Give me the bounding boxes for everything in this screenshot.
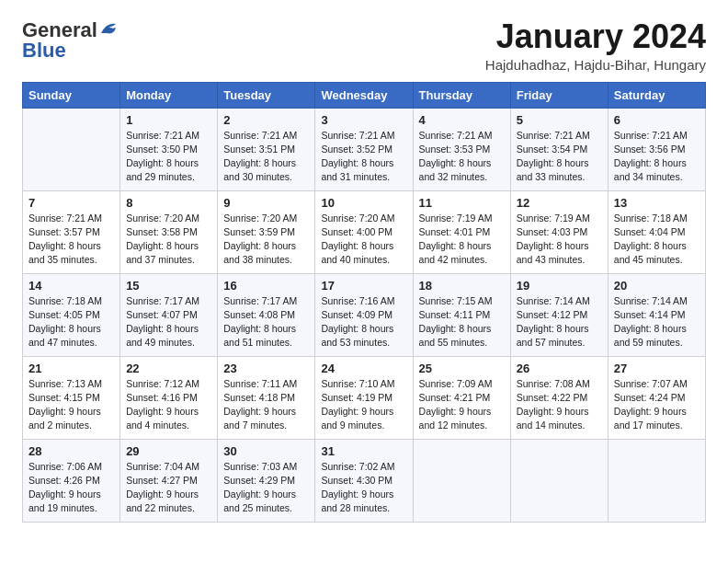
calendar-cell: 17Sunrise: 7:16 AMSunset: 4:09 PMDayligh… xyxy=(315,273,413,356)
cell-text: Sunrise: 7:06 AMSunset: 4:26 PMDaylight:… xyxy=(28,461,102,514)
cell-text: Sunrise: 7:18 AMSunset: 4:05 PMDaylight:… xyxy=(28,295,102,349)
calendar-cell: 30Sunrise: 7:03 AMSunset: 4:29 PMDayligh… xyxy=(218,439,315,522)
cell-text: Sunrise: 7:02 AMSunset: 4:30 PMDaylight:… xyxy=(321,461,394,514)
page-header: General Blue January 2024 Hajduhadhaz, H… xyxy=(22,18,706,73)
weekday-header-thursday: Thursday xyxy=(413,82,510,108)
day-number: 1 xyxy=(126,113,211,127)
day-number: 31 xyxy=(321,444,406,458)
cell-text: Sunrise: 7:03 AMSunset: 4:29 PMDaylight:… xyxy=(223,461,297,514)
weekday-header-friday: Friday xyxy=(510,82,608,108)
calendar-cell xyxy=(23,108,120,190)
day-number: 18 xyxy=(419,279,505,293)
day-number: 27 xyxy=(614,362,700,375)
day-number: 23 xyxy=(223,362,309,375)
cell-text: Sunrise: 7:08 AMSunset: 4:22 PMDaylight:… xyxy=(517,378,590,431)
logo: General Blue xyxy=(22,18,119,63)
calendar-cell: 27Sunrise: 7:07 AMSunset: 4:24 PMDayligh… xyxy=(608,356,705,439)
calendar-cell xyxy=(608,439,705,522)
calendar-cell: 5Sunrise: 7:21 AMSunset: 3:54 PMDaylight… xyxy=(510,108,608,190)
day-number: 30 xyxy=(223,444,309,458)
calendar-cell: 29Sunrise: 7:04 AMSunset: 4:27 PMDayligh… xyxy=(120,439,218,522)
day-number: 10 xyxy=(321,196,406,210)
calendar-cell: 23Sunrise: 7:11 AMSunset: 4:18 PMDayligh… xyxy=(218,356,315,439)
day-number: 20 xyxy=(614,279,700,293)
day-number: 3 xyxy=(321,113,406,127)
cell-text: Sunrise: 7:09 AMSunset: 4:21 PMDaylight:… xyxy=(419,378,493,431)
cell-text: Sunrise: 7:19 AMSunset: 4:01 PMDaylight:… xyxy=(419,213,493,266)
day-number: 22 xyxy=(126,362,211,375)
day-number: 11 xyxy=(419,196,505,210)
calendar-cell: 3Sunrise: 7:21 AMSunset: 3:52 PMDaylight… xyxy=(315,108,413,190)
calendar-cell xyxy=(413,439,510,522)
cell-text: Sunrise: 7:21 AMSunset: 3:54 PMDaylight:… xyxy=(517,130,590,183)
logo-blue: Blue xyxy=(22,39,66,63)
cell-text: Sunrise: 7:21 AMSunset: 3:53 PMDaylight:… xyxy=(419,130,493,183)
day-number: 29 xyxy=(126,444,211,458)
cell-text: Sunrise: 7:21 AMSunset: 3:57 PMDaylight:… xyxy=(28,213,102,266)
day-number: 25 xyxy=(419,362,505,375)
calendar-cell: 12Sunrise: 7:19 AMSunset: 4:03 PMDayligh… xyxy=(510,190,608,273)
cell-text: Sunrise: 7:07 AMSunset: 4:24 PMDaylight:… xyxy=(614,378,688,431)
day-number: 2 xyxy=(223,113,309,127)
calendar-cell: 13Sunrise: 7:18 AMSunset: 4:04 PMDayligh… xyxy=(608,190,705,273)
calendar-cell: 15Sunrise: 7:17 AMSunset: 4:07 PMDayligh… xyxy=(120,273,218,356)
cell-text: Sunrise: 7:20 AMSunset: 4:00 PMDaylight:… xyxy=(321,213,394,266)
calendar-cell: 10Sunrise: 7:20 AMSunset: 4:00 PMDayligh… xyxy=(315,190,413,273)
day-number: 24 xyxy=(321,362,406,375)
day-number: 8 xyxy=(126,196,211,210)
cell-text: Sunrise: 7:14 AMSunset: 4:12 PMDaylight:… xyxy=(517,295,590,349)
calendar-cell: 16Sunrise: 7:17 AMSunset: 4:08 PMDayligh… xyxy=(218,273,315,356)
day-number: 28 xyxy=(28,444,114,458)
day-number: 19 xyxy=(517,279,602,293)
calendar-cell: 21Sunrise: 7:13 AMSunset: 4:15 PMDayligh… xyxy=(23,356,120,439)
calendar-cell: 11Sunrise: 7:19 AMSunset: 4:01 PMDayligh… xyxy=(413,190,510,273)
calendar-cell: 8Sunrise: 7:20 AMSunset: 3:58 PMDaylight… xyxy=(120,190,218,273)
day-number: 21 xyxy=(28,362,114,375)
calendar-cell: 14Sunrise: 7:18 AMSunset: 4:05 PMDayligh… xyxy=(23,273,120,356)
calendar-cell: 26Sunrise: 7:08 AMSunset: 4:22 PMDayligh… xyxy=(510,356,608,439)
cell-text: Sunrise: 7:21 AMSunset: 3:56 PMDaylight:… xyxy=(614,130,688,183)
day-number: 5 xyxy=(517,113,602,127)
cell-text: Sunrise: 7:04 AMSunset: 4:27 PMDaylight:… xyxy=(126,461,199,514)
calendar-cell: 9Sunrise: 7:20 AMSunset: 3:59 PMDaylight… xyxy=(218,190,315,273)
day-number: 9 xyxy=(223,196,309,210)
weekday-header-tuesday: Tuesday xyxy=(218,82,315,108)
calendar-table: SundayMondayTuesdayWednesdayThursdayFrid… xyxy=(22,82,706,523)
day-number: 14 xyxy=(28,279,114,293)
weekday-header-monday: Monday xyxy=(120,82,218,108)
calendar-cell xyxy=(510,439,608,522)
calendar-cell: 6Sunrise: 7:21 AMSunset: 3:56 PMDaylight… xyxy=(608,108,705,190)
cell-text: Sunrise: 7:18 AMSunset: 4:04 PMDaylight:… xyxy=(614,213,688,266)
weekday-header-sunday: Sunday xyxy=(23,82,120,108)
cell-text: Sunrise: 7:20 AMSunset: 3:59 PMDaylight:… xyxy=(223,213,297,266)
day-number: 7 xyxy=(28,196,114,210)
day-number: 13 xyxy=(614,196,700,210)
calendar-cell: 28Sunrise: 7:06 AMSunset: 4:26 PMDayligh… xyxy=(23,439,120,522)
cell-text: Sunrise: 7:20 AMSunset: 3:58 PMDaylight:… xyxy=(126,213,199,266)
cell-text: Sunrise: 7:15 AMSunset: 4:11 PMDaylight:… xyxy=(419,295,493,349)
calendar-cell: 4Sunrise: 7:21 AMSunset: 3:53 PMDaylight… xyxy=(413,108,510,190)
cell-text: Sunrise: 7:12 AMSunset: 4:16 PMDaylight:… xyxy=(126,378,199,431)
cell-text: Sunrise: 7:17 AMSunset: 4:07 PMDaylight:… xyxy=(126,295,199,349)
cell-text: Sunrise: 7:19 AMSunset: 4:03 PMDaylight:… xyxy=(517,213,590,266)
location-title: Hajduhadhaz, Hajdu-Bihar, Hungary xyxy=(485,57,706,73)
day-number: 17 xyxy=(321,279,406,293)
cell-text: Sunrise: 7:21 AMSunset: 3:50 PMDaylight:… xyxy=(126,130,199,183)
title-block: January 2024 Hajduhadhaz, Hajdu-Bihar, H… xyxy=(485,18,706,73)
cell-text: Sunrise: 7:21 AMSunset: 3:51 PMDaylight:… xyxy=(223,130,297,183)
day-number: 12 xyxy=(517,196,602,210)
cell-text: Sunrise: 7:10 AMSunset: 4:19 PMDaylight:… xyxy=(321,378,394,431)
calendar-cell: 24Sunrise: 7:10 AMSunset: 4:19 PMDayligh… xyxy=(315,356,413,439)
weekday-header-saturday: Saturday xyxy=(608,82,705,108)
calendar-cell: 22Sunrise: 7:12 AMSunset: 4:16 PMDayligh… xyxy=(120,356,218,439)
day-number: 15 xyxy=(126,279,211,293)
calendar-cell: 18Sunrise: 7:15 AMSunset: 4:11 PMDayligh… xyxy=(413,273,510,356)
calendar-cell: 25Sunrise: 7:09 AMSunset: 4:21 PMDayligh… xyxy=(413,356,510,439)
cell-text: Sunrise: 7:17 AMSunset: 4:08 PMDaylight:… xyxy=(223,295,297,349)
calendar-cell: 19Sunrise: 7:14 AMSunset: 4:12 PMDayligh… xyxy=(510,273,608,356)
logo-bird-icon xyxy=(99,20,119,37)
day-number: 6 xyxy=(614,113,700,127)
cell-text: Sunrise: 7:13 AMSunset: 4:15 PMDaylight:… xyxy=(28,378,102,431)
day-number: 26 xyxy=(517,362,602,375)
day-number: 16 xyxy=(223,279,309,293)
